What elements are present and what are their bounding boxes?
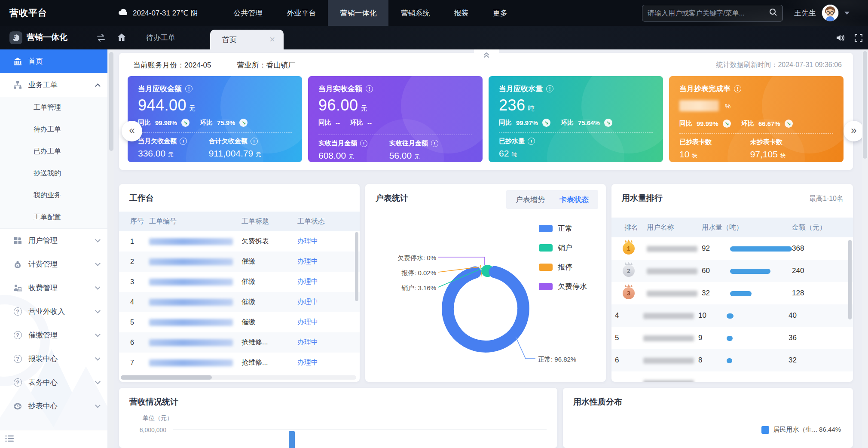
table-row[interactable]: 1欠费拆表办理中	[119, 231, 360, 252]
volume-icon[interactable]	[835, 33, 845, 44]
sidebar-item-work-orders[interactable]: 业务工单	[0, 73, 107, 97]
sidebar-item-billing[interactable]: s 计费管理	[0, 252, 107, 276]
page-right-scrollbar	[862, 49, 868, 448]
sidebar-item-label: 用户管理	[28, 236, 58, 245]
redacted-user-name	[643, 380, 694, 382]
info-icon[interactable]: !	[528, 138, 535, 145]
kpi-sub-stat: 合计欠收金额! 911,004.79 元	[209, 137, 280, 159]
carousel-next-button[interactable]: »	[844, 121, 864, 141]
status-link[interactable]: 办理中	[297, 258, 318, 265]
info-icon[interactable]: !	[360, 140, 367, 147]
ranking-row[interactable]: 1 92 368	[611, 237, 853, 260]
status-link[interactable]: 办理中	[297, 278, 318, 285]
sidebar-item-non-operating-income[interactable]: ? 营业外收入	[0, 300, 107, 323]
sidebar-subitem-order-config[interactable]: 工单配置	[0, 206, 107, 228]
status-link[interactable]: 办理中	[297, 298, 318, 305]
main-content: 当前账务月份：2024-05 营业所：香山镇厂 统计数据刷新时间：2024-07…	[107, 49, 868, 448]
ranking-row[interactable]: 5 9 36	[611, 327, 853, 349]
scrollbar-thumb[interactable]	[863, 51, 867, 159]
sidebar-item-meter-affairs-center[interactable]: ? 表务中心	[0, 371, 107, 394]
tab-home-active[interactable]: 首页 ×	[210, 30, 284, 49]
ranking-row[interactable]: 3 32 128	[611, 282, 853, 304]
user-menu[interactable]: 王先生	[794, 0, 850, 26]
nav-item-install[interactable]: 报装	[442, 0, 480, 26]
scrollbar-thumb[interactable]	[355, 232, 358, 301]
swap-tabs-icon[interactable]	[95, 34, 107, 44]
redacted-order-no	[149, 359, 233, 366]
scrollbar-thumb[interactable]	[121, 375, 212, 380]
global-search[interactable]	[642, 5, 783, 21]
collapse-panel-button[interactable]	[474, 49, 499, 60]
carousel-prev-button[interactable]: «	[122, 121, 142, 141]
table-row[interactable]: 2催缴办理中	[119, 252, 360, 272]
overview-panel: 当前账务月份：2024-05 营业所：香山镇厂 统计数据刷新时间：2024-07…	[119, 53, 853, 170]
usage-bar	[730, 291, 792, 296]
sidebar-item-fee-collection[interactable]: 收费管理	[0, 276, 107, 300]
avatar[interactable]	[822, 4, 839, 21]
scrollbar-thumb[interactable]	[109, 52, 113, 151]
nav-item-public[interactable]: 公共管理	[221, 0, 275, 26]
redacted-order-no	[149, 319, 233, 326]
sidebar-item-meter-reading-center[interactable]: 抄表中心	[0, 394, 107, 418]
chevron-down-icon	[95, 402, 101, 408]
sidebar-item-user-manage[interactable]: 用户管理	[0, 229, 107, 252]
info-icon[interactable]: !	[366, 85, 373, 92]
sidebar-item-label: 报装中心	[28, 354, 58, 364]
kpi-title: 当月抄表完成率!	[679, 84, 833, 94]
user-caret-icon[interactable]	[844, 12, 850, 15]
search-input[interactable]	[648, 9, 769, 17]
status-link[interactable]: 办理中	[297, 338, 318, 346]
nav-item-field[interactable]: 外业平台	[275, 0, 328, 26]
sidebar-subitem-todo-orders[interactable]: 待办工单	[0, 119, 107, 141]
info-icon[interactable]: !	[431, 140, 438, 147]
close-icon[interactable]: ×	[269, 35, 275, 44]
legend-item[interactable]: 正常	[539, 224, 587, 233]
sidebar-item-install-center[interactable]: ? 报装中心	[0, 347, 107, 371]
svg-text:6: 6	[15, 35, 16, 38]
table-row[interactable]: 7抢维修...办理中	[119, 353, 360, 373]
kpi-sub-stat: 已抄表卡数 10 块	[679, 138, 750, 160]
info-icon[interactable]: !	[180, 138, 187, 145]
legend-item[interactable]: 居民用水（生... 86.44%	[761, 426, 841, 434]
home-icon[interactable]	[117, 33, 126, 44]
ranking-row[interactable]: 6 8 32	[611, 349, 853, 371]
bar-segment	[289, 431, 295, 448]
status-link[interactable]: 办理中	[297, 237, 318, 245]
table-row[interactable]: 3催缴办理中	[119, 272, 360, 292]
nav-item-marketing-system[interactable]: 营销系统	[388, 0, 442, 26]
info-icon[interactable]: !	[546, 85, 553, 92]
sidebar-subitem-order-manage[interactable]: 工单管理	[0, 97, 107, 119]
tab-todo-workorders[interactable]: 待办工单	[142, 26, 180, 49]
sidebar-subitem-done-orders[interactable]: 已办工单	[0, 141, 107, 163]
info-icon[interactable]: !	[251, 138, 258, 145]
ranking-row-partial[interactable]	[611, 371, 853, 382]
menu-list-icon[interactable]	[5, 435, 15, 444]
info-icon[interactable]: !	[185, 85, 193, 92]
kpi-compare: 同比99.97% ↘ 环比75.64% ↘	[499, 119, 653, 127]
ranking-row[interactable]: 2 60 240	[611, 260, 853, 282]
sidebar-subitem-my-business[interactable]: 我的业务	[0, 184, 107, 206]
table-row[interactable]: 5催缴办理中	[119, 312, 360, 332]
search-icon[interactable]	[769, 8, 777, 18]
table-row[interactable]: 4催缴办理中	[119, 292, 360, 312]
ranking-row[interactable]: 4 10 40	[611, 304, 853, 327]
sidebar-item-label: 计费管理	[28, 259, 58, 269]
table-row[interactable]: 6抢维修...办理中	[119, 332, 360, 353]
sidebar-item-home[interactable]: 首页	[0, 49, 107, 73]
legend-item[interactable]: 销户	[539, 243, 587, 253]
legend-item[interactable]: 报停	[539, 262, 587, 272]
legend-item[interactable]: 欠费停水	[539, 282, 587, 292]
sidebar-item-collection-reminder[interactable]: ? 催缴管理	[0, 323, 107, 347]
status-link[interactable]: 办理中	[297, 359, 318, 366]
status-link[interactable]: 办理中	[297, 318, 318, 325]
info-icon[interactable]: !	[734, 85, 741, 92]
scrollbar-thumb[interactable]	[848, 240, 852, 319]
cashier-icon	[13, 283, 22, 293]
money-bag-icon: s	[13, 260, 22, 269]
legend-swatch	[539, 225, 553, 232]
nav-item-marketing-suite[interactable]: 营销一体化	[328, 0, 388, 26]
fullscreen-icon[interactable]	[854, 34, 863, 44]
nav-item-more[interactable]: 更多	[480, 0, 519, 26]
sidebar-subitem-cc-me[interactable]: 抄送我的	[0, 163, 107, 184]
sidebar-item-label: 首页	[28, 56, 43, 66]
